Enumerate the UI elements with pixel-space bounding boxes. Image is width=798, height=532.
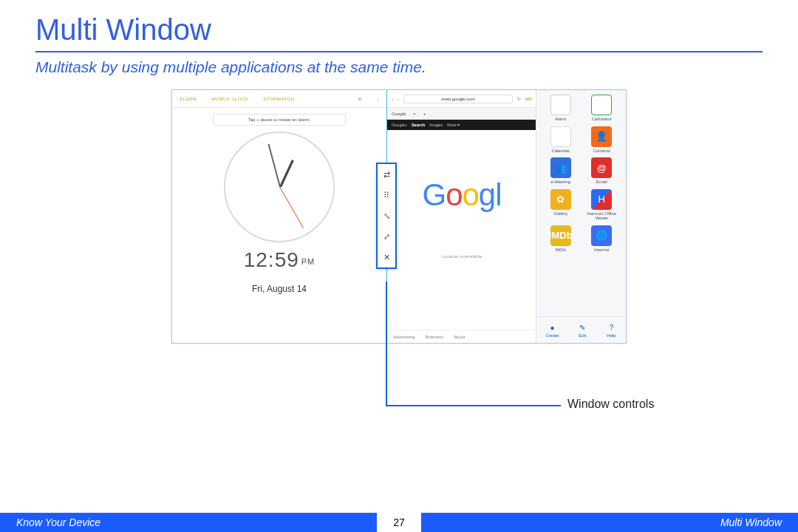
time-ampm: PM [301, 257, 316, 266]
tab-alarm[interactable]: ALARM [172, 97, 204, 101]
second-hand [279, 187, 304, 228]
tray-app-hancom-office-viewer[interactable]: HHancom Office Viewer [582, 189, 622, 221]
logo-o2: o [462, 177, 478, 212]
app-label: Calculator [582, 117, 622, 122]
forward-icon[interactable]: › [398, 97, 399, 101]
app-label: Alarm [541, 117, 581, 122]
app-label: Calendar [541, 149, 581, 154]
footer-left: Know Your Device [0, 516, 377, 528]
browser-tabbar: Google × + [387, 108, 536, 120]
tray-bottom-bar: ●Create ✎Edit ?Help [536, 316, 626, 343]
browser-toolbar: ‹ › www.google.com ↻ HO [387, 90, 536, 108]
app-icon: IMDb [550, 225, 571, 246]
hint-pre: Tap [248, 117, 256, 122]
app-icon: 🌐 [591, 225, 612, 246]
images-link[interactable]: Images [429, 123, 443, 127]
footer-right: Multi Window [421, 516, 798, 528]
page-title: Multi Window [0, 0, 798, 51]
tray-app-calendar[interactable]: 31Calendar [541, 126, 581, 154]
address-bar[interactable]: www.google.com [403, 95, 513, 103]
app-icon: 👥 [550, 157, 571, 178]
googleplus-link[interactable]: Google+ [392, 123, 407, 127]
hint-post: above to create an alarm. [259, 117, 311, 122]
time-value: 12:59 [244, 248, 299, 271]
home-button[interactable]: HO [525, 97, 532, 101]
more-icon[interactable]: ⋮ [369, 96, 387, 101]
device-screenshot: ALARM WORLD CLOCK STOPWATCH ＋ ⋮ Tap + ab… [171, 89, 627, 344]
tray-app-alarm[interactable]: ◷Alarm [541, 95, 581, 122]
help-label: Help [607, 333, 615, 338]
page-subtitle: Multitask by using multiple applications… [0, 58, 798, 89]
browser-app: ‹ › www.google.com ↻ HO Google × + Googl… [387, 90, 537, 343]
hour-hand [279, 160, 294, 188]
edit-icon: ✎ [577, 322, 587, 332]
logo-o1: o [446, 177, 462, 212]
tray-app-internet[interactable]: 🌐Internet [582, 225, 622, 253]
app-icon: 31 [550, 126, 571, 147]
alarm-hint: Tap + above to create an alarm. [213, 114, 346, 126]
new-tab-icon[interactable]: + [423, 112, 426, 116]
tray-app-contacts[interactable]: 👤Contacts [582, 126, 622, 154]
search-link[interactable]: Search [412, 123, 425, 127]
refresh-icon[interactable]: ↻ [517, 96, 521, 101]
tab-close-icon[interactable]: × [413, 112, 416, 116]
title-rule [35, 51, 763, 52]
logo-l: l [495, 177, 501, 212]
help-icon: ? [606, 322, 616, 332]
app-label: Hancom Office Viewer [582, 211, 622, 221]
help-button[interactable]: ?Help [606, 322, 616, 338]
app-label: e-Meeting [541, 180, 581, 185]
minute-hand [268, 144, 281, 187]
location-status: Location unavailable [387, 254, 536, 259]
about-link[interactable]: About [454, 335, 466, 339]
multiwindow-tray: ◷Alarm±Calculator31Calendar👤Contacts👥e-M… [536, 90, 626, 343]
google-logo: Googl [387, 177, 536, 213]
app-icon: ± [591, 95, 612, 115]
app-label: Email [582, 180, 622, 185]
date-label: Fri, August 14 [172, 284, 386, 294]
app-label: Contacts [582, 149, 622, 154]
callout-line [386, 405, 561, 406]
tab-stopwatch[interactable]: STOPWATCH [256, 97, 301, 101]
logo-g2: g [479, 177, 495, 212]
tray-app-email[interactable]: @Email [582, 157, 622, 185]
tray-app-calculator[interactable]: ±Calculator [582, 95, 622, 122]
edit-button[interactable]: ✎Edit [577, 322, 587, 338]
callout-line [386, 282, 387, 405]
create-icon: ● [547, 322, 557, 332]
tab-world-clock[interactable]: WORLD CLOCK [204, 97, 256, 101]
clock-face [224, 132, 335, 242]
app-label: Gallery [541, 211, 581, 216]
create-button[interactable]: ●Create [545, 322, 559, 338]
tray-grid: ◷Alarm±Calculator31Calendar👤Contacts👥e-M… [536, 90, 626, 253]
app-icon: H [591, 189, 612, 210]
app-icon: @ [591, 157, 612, 178]
callout-label: Window controls [567, 398, 654, 411]
browser-footer: Advertising Business About [387, 330, 536, 343]
clock-app: ALARM WORLD CLOCK STOPWATCH ＋ ⋮ Tap + ab… [172, 90, 386, 343]
tray-app-e-meeting[interactable]: 👥e-Meeting [541, 157, 581, 185]
app-label: IMDb [541, 248, 581, 253]
create-label: Create [545, 333, 559, 338]
business-link[interactable]: Business [426, 335, 443, 339]
edit-label: Edit [579, 333, 586, 338]
digital-time: 12:59PM [172, 248, 386, 272]
app-icon: 👤 [591, 126, 612, 147]
app-label: Internet [582, 248, 622, 253]
clock-tabs: ALARM WORLD CLOCK STOPWATCH ＋ ⋮ [172, 90, 386, 108]
add-icon[interactable]: ＋ [352, 94, 369, 104]
more-link[interactable]: More ▾ [447, 123, 460, 127]
back-icon[interactable]: ‹ [392, 97, 393, 101]
tray-app-imdb[interactable]: IMDbIMDb [541, 225, 581, 253]
google-nav: Google+ Search Images More ▾ [387, 120, 536, 130]
tray-app-gallery[interactable]: ✿Gallery [541, 189, 581, 221]
footer-page-number: 27 [377, 513, 421, 532]
advertising-link[interactable]: Advertising [393, 335, 415, 339]
app-icon: ◷ [550, 95, 571, 115]
browser-tab[interactable]: Google [392, 112, 406, 116]
page-footer: Know Your Device 27 Multi Window [0, 513, 798, 532]
app-icon: ✿ [550, 189, 571, 210]
logo-g: G [422, 177, 446, 212]
